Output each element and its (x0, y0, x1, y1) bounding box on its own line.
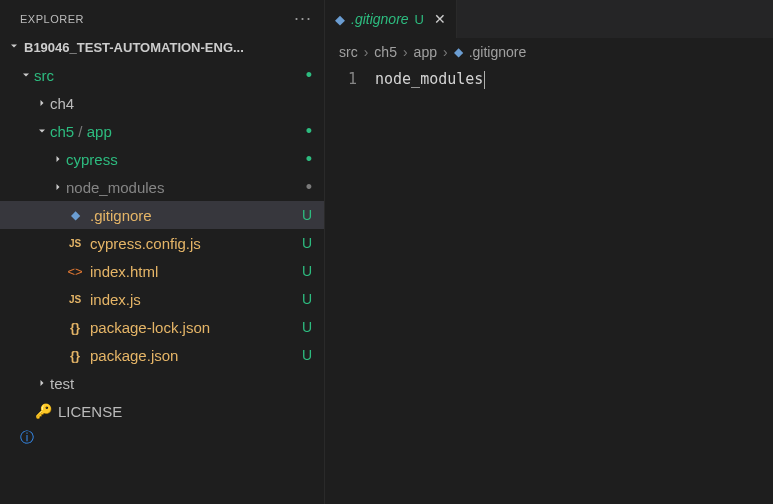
git-untracked-badge: U (302, 207, 312, 223)
tree-folder-test[interactable]: test (0, 369, 324, 397)
folder-label: cypress (66, 151, 306, 168)
tree-file-license[interactable]: · 🔑 LICENSE (0, 397, 324, 425)
chevron-right-icon (34, 97, 50, 109)
tab-label: .gitignore (351, 11, 409, 27)
chevron-right-icon (34, 377, 50, 389)
js-file-icon: JS (66, 294, 84, 305)
tab-bar: ◆ .gitignore U ✕ (325, 0, 773, 38)
breadcrumb[interactable]: src › ch5 › app › ◆ .gitignore (325, 38, 773, 66)
tree-folder-src[interactable]: src • (0, 61, 324, 89)
git-file-icon: ◆ (454, 45, 463, 59)
folder-label: src (34, 67, 306, 84)
tree-folder-ch5-app[interactable]: ch5 / app • (0, 117, 324, 145)
tree-file-package-json[interactable]: · {} package.json U (0, 341, 324, 369)
editor-area: ◆ .gitignore U ✕ src › ch5 › app › ◆ .gi… (325, 0, 773, 504)
git-untracked-badge: U (415, 12, 424, 27)
folder-label: ch5 / app (50, 123, 306, 140)
file-label: cypress.config.js (90, 235, 302, 252)
file-label: index.html (90, 263, 302, 280)
folder-label: test (50, 375, 312, 392)
git-untracked-badge: U (302, 263, 312, 279)
js-file-icon: JS (66, 238, 84, 249)
git-modified-dot-icon: • (306, 65, 312, 86)
file-label: package.json (90, 347, 302, 364)
license-file-icon: 🔑 (34, 403, 52, 419)
code-content[interactable]: node_modules (375, 68, 485, 504)
tree-file-gitignore[interactable]: · ◆ .gitignore U (0, 201, 324, 229)
tree-folder-ch4[interactable]: ch4 (0, 89, 324, 117)
json-file-icon: {} (66, 348, 84, 363)
sidebar-header: EXPLORER ··· (0, 0, 324, 35)
folder-label: node_modules (66, 179, 306, 196)
git-ignored-dot-icon: • (306, 177, 312, 198)
git-untracked-badge: U (302, 235, 312, 251)
chevron-right-icon (50, 181, 66, 193)
explorer-title: EXPLORER (20, 13, 84, 25)
code-editor[interactable]: 1 node_modules (325, 66, 773, 504)
tab-gitignore[interactable]: ◆ .gitignore U ✕ (325, 0, 457, 38)
git-modified-dot-icon: • (306, 121, 312, 142)
git-untracked-badge: U (302, 291, 312, 307)
json-file-icon: {} (66, 320, 84, 335)
git-untracked-badge: U (302, 319, 312, 335)
file-label: LICENSE (58, 403, 312, 420)
chevron-right-icon (50, 153, 66, 165)
tree-file-index-js[interactable]: · JS index.js U (0, 285, 324, 313)
explorer-sidebar: EXPLORER ··· B19046_TEST-AUTOMATION-ENG.… (0, 0, 325, 504)
line-number-gutter: 1 (325, 68, 375, 504)
file-label: package-lock.json (90, 319, 302, 336)
chevron-down-icon (18, 69, 34, 81)
code-line[interactable]: node_modules (375, 68, 485, 90)
file-tree: src • ch4 ch5 / app • cypress • node_mod… (0, 59, 324, 504)
git-file-icon: ◆ (335, 12, 345, 27)
line-number: 1 (325, 68, 357, 90)
chevron-right-icon: › (403, 44, 408, 60)
breadcrumb-item[interactable]: app (414, 44, 437, 60)
html-file-icon: <> (66, 264, 84, 279)
text-cursor (484, 71, 485, 89)
tree-file-index-html[interactable]: · <> index.html U (0, 257, 324, 285)
folder-label: ch4 (50, 95, 312, 112)
tree-file-package-lock[interactable]: · {} package-lock.json U (0, 313, 324, 341)
info-icon[interactable]: ⓘ (0, 425, 324, 451)
breadcrumb-item[interactable]: src (339, 44, 358, 60)
git-modified-dot-icon: • (306, 149, 312, 170)
file-label: index.js (90, 291, 302, 308)
file-label: .gitignore (90, 207, 302, 224)
tree-folder-node-modules[interactable]: node_modules • (0, 173, 324, 201)
more-actions-icon[interactable]: ··· (294, 8, 312, 29)
project-header[interactable]: B19046_TEST-AUTOMATION-ENG... (0, 35, 324, 59)
chevron-right-icon: › (443, 44, 448, 60)
chevron-right-icon: › (364, 44, 369, 60)
chevron-down-icon (34, 125, 50, 137)
project-name: B19046_TEST-AUTOMATION-ENG... (24, 40, 244, 55)
tree-folder-cypress[interactable]: cypress • (0, 145, 324, 173)
close-tab-icon[interactable]: ✕ (434, 11, 446, 27)
breadcrumb-item[interactable]: ch5 (374, 44, 397, 60)
git-file-icon: ◆ (66, 208, 84, 222)
tree-file-cypress-config[interactable]: · JS cypress.config.js U (0, 229, 324, 257)
chevron-down-icon (8, 39, 20, 55)
breadcrumb-item[interactable]: .gitignore (469, 44, 527, 60)
git-untracked-badge: U (302, 347, 312, 363)
